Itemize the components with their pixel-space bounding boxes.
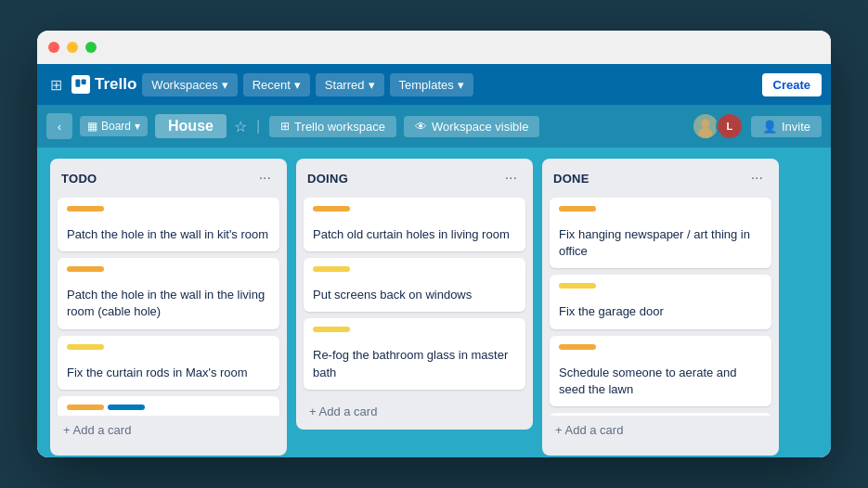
card-tags	[67, 405, 270, 416]
card-tags	[559, 206, 762, 219]
card-tags	[313, 327, 516, 340]
board-toolbar: ‹ ▦ Board ▾ House ☆ | ⊞ Trello workspace…	[37, 105, 831, 148]
more-cards-indicator	[542, 448, 779, 456]
list-cards: Patch old curtain holes in living roomPu…	[296, 194, 533, 397]
top-navigation: ⊞ Trello Workspaces ▾ Recent ▾ Starred ▾…	[37, 64, 831, 105]
chevron-down-icon: ▾	[458, 78, 464, 92]
chevron-down-icon: ▾	[294, 78, 301, 92]
app-window: ⊞ Trello Workspaces ▾ Recent ▾ Starred ▾…	[37, 31, 831, 457]
card[interactable]: Schedule someone to aerate and seed the …	[550, 336, 771, 406]
card-text: Re-fog the bathroom glass in master bath	[313, 347, 516, 380]
add-card-button[interactable]: + Add a card	[300, 397, 529, 426]
tag-orange	[559, 206, 596, 212]
star-button[interactable]: ☆	[234, 118, 247, 135]
card-text: Fix the curtain rods in Max's room	[67, 365, 270, 381]
person-icon: 👤	[762, 120, 777, 134]
grid-icon[interactable]: ⊞	[46, 72, 66, 97]
card-tags	[67, 344, 270, 357]
avatar-group: L	[692, 112, 744, 140]
list-cards: Fix hanging newspaper / art thing in off…	[542, 194, 779, 416]
card-tags	[313, 266, 516, 279]
tag-yellow	[67, 344, 104, 350]
eye-icon: 👁	[415, 120, 427, 134]
list-title: TODO	[61, 172, 97, 186]
visibility-button[interactable]: 👁 Workspace visible	[404, 116, 540, 137]
tag-orange	[67, 266, 104, 272]
card-text: Fix hanging newspaper / art thing in off…	[559, 226, 762, 260]
card-text: Schedule someone to aerate and seed the …	[559, 365, 762, 398]
card[interactable]: Patch the hole in the wall in kit's room	[58, 198, 279, 251]
board-menu-button[interactable]: ▦ Board ▾	[80, 116, 148, 136]
card-text: Patch the hole in the wall in the living…	[67, 287, 270, 320]
card[interactable]: Re-fog the bathroom glass in master bath	[304, 318, 525, 389]
trello-name: Trello	[95, 75, 136, 94]
workspaces-button[interactable]: Workspaces ▾	[142, 73, 237, 96]
svg-rect-1	[82, 79, 86, 84]
invite-button[interactable]: 👤 Invite	[751, 116, 822, 137]
board-title-button[interactable]: House	[155, 114, 227, 138]
card-text: Fix the garage door	[559, 303, 762, 320]
tag-yellow	[313, 327, 350, 332]
svg-point-3	[701, 120, 709, 128]
workspace-icon: ⊞	[280, 120, 290, 133]
card-tags	[559, 283, 762, 296]
board-content: TODO···Patch the hole in the wall in kit…	[37, 148, 831, 457]
list-header: DONE···	[542, 159, 779, 194]
tag-orange	[67, 206, 104, 212]
tag-blue	[108, 405, 145, 410]
maximize-button[interactable]	[85, 42, 97, 53]
list-doing: DOING···Patch old curtain holes in livin…	[296, 159, 533, 430]
titlebar	[37, 31, 831, 64]
more-cards-indicator	[50, 448, 287, 456]
minimize-button[interactable]	[67, 42, 78, 53]
card-tags	[67, 206, 270, 219]
card-text: Patch old curtain holes in living room	[313, 226, 516, 243]
list-header: TODO···	[50, 159, 287, 194]
trello-logo[interactable]: Trello	[71, 75, 136, 94]
recent-button[interactable]: Recent ▾	[243, 73, 310, 96]
add-card-button[interactable]: + Add a card	[54, 416, 283, 444]
list-menu-button[interactable]: ···	[254, 168, 276, 188]
list-title: DOING	[307, 172, 348, 186]
card[interactable]: Patch old curtain holes in living room	[304, 198, 525, 251]
card[interactable]: Fix the curtain rods in Max's room	[58, 336, 279, 390]
list-title: DONE	[553, 172, 589, 186]
chevron-down-icon: ▾	[222, 78, 228, 92]
list-header: DOING···	[296, 159, 533, 194]
star-icon: ☆	[234, 119, 247, 135]
create-button[interactable]: Create	[762, 73, 822, 96]
list-done: DONE···Fix hanging newspaper / art thing…	[542, 159, 779, 456]
list-cards: Patch the hole in the wall in kit's room…	[50, 194, 287, 416]
back-button[interactable]: ‹	[46, 113, 72, 139]
trello-icon	[71, 75, 90, 94]
card[interactable]: Patch the hole in the wall in the living…	[58, 258, 279, 328]
list-todo: TODO···Patch the hole in the wall in kit…	[50, 159, 287, 456]
tag-orange	[67, 405, 104, 410]
svg-point-4	[698, 128, 712, 138]
starred-button[interactable]: Starred ▾	[316, 73, 384, 96]
board-icon: ▦	[87, 120, 97, 133]
add-card-button[interactable]: + Add a card	[546, 416, 775, 444]
card[interactable]: Replace back door (add screen door too)	[58, 396, 279, 416]
chevron-down-icon: ▾	[369, 78, 375, 92]
card-tags	[67, 266, 270, 279]
tag-yellow	[313, 266, 350, 272]
avatar-l[interactable]: L	[716, 112, 744, 140]
templates-button[interactable]: Templates ▾	[390, 73, 473, 96]
chevron-down-icon: ▾	[135, 120, 140, 133]
close-button[interactable]	[48, 42, 59, 53]
workspace-button[interactable]: ⊞ Trello workspace	[269, 116, 396, 137]
list-menu-button[interactable]: ···	[500, 168, 522, 188]
tag-yellow	[559, 283, 596, 289]
card-tags	[559, 344, 762, 357]
svg-rect-0	[75, 79, 80, 86]
card-text: Put screens back on windows	[313, 287, 516, 303]
tag-orange	[559, 344, 596, 350]
list-menu-button[interactable]: ···	[746, 168, 768, 188]
card-tags	[313, 206, 516, 219]
card[interactable]: Put screens back on windows	[304, 258, 525, 312]
card[interactable]: Fix the garage door	[550, 275, 771, 328]
chevron-left-icon: ‹	[58, 120, 61, 134]
card[interactable]: Fix hanging newspaper / art thing in off…	[550, 198, 771, 268]
card-text: Patch the hole in the wall in kit's room	[67, 226, 270, 243]
